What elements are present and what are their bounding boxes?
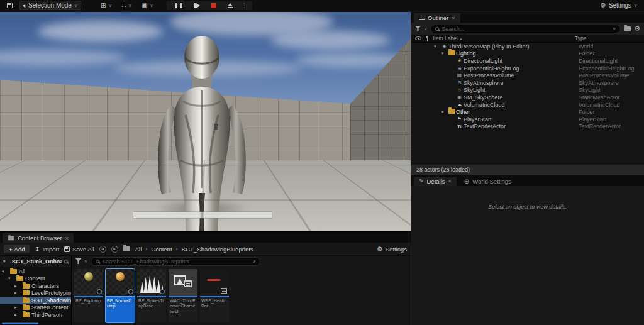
volumetric-cloud-icon: ☁	[455, 102, 464, 107]
outliner-row-postprocessvolume[interactable]: ▩ PostProcessVolume PostProcessVolume	[411, 72, 644, 79]
expand-arrow-icon[interactable]: ▸	[14, 284, 21, 289]
outliner-row-other[interactable]: ▾ Other Folder	[411, 108, 644, 116]
folder-icon	[23, 290, 30, 295]
asset-tile-bp-spikestrapbase[interactable]: BP_SpikesTrapBase	[137, 269, 166, 322]
asset-tile-bp-bigjump[interactable]: BP_BigJump	[74, 269, 103, 322]
outliner-row-skyatmosphere[interactable]: ⊙ SkyAtmosphere SkyAtmosphere	[411, 79, 644, 87]
quick-add-button[interactable]: ⊞ ∨	[97, 2, 115, 9]
asset-thumbnail	[169, 269, 197, 297]
sources-header[interactable]: ▾ SGT_Stuck_Onboard	[0, 256, 71, 267]
eject-button[interactable]	[225, 3, 236, 9]
snapping-options-button[interactable]: ∷ ∨	[119, 2, 135, 9]
import-button[interactable]: ↧ Import	[35, 246, 59, 253]
asset-search-input[interactable]	[102, 258, 250, 265]
new-folder-icon[interactable]	[624, 26, 631, 31]
expand-arrow-icon[interactable]: ▾	[434, 44, 440, 49]
frame-step-button[interactable]	[191, 3, 203, 9]
tab-world-settings[interactable]: ⊕ World Settings	[459, 177, 516, 186]
asset-search-box[interactable]: ∨	[91, 257, 260, 266]
level-viewport[interactable]	[0, 12, 411, 231]
folder-row-startercontent[interactable]: ▸ StarterContent	[0, 304, 71, 312]
expand-arrow-icon[interactable]: ▾	[441, 109, 448, 114]
outliner-icon	[419, 16, 425, 21]
folder-row-sgt-shadowingblueprints[interactable]: SGT_ShadowingBlueprints	[0, 297, 71, 304]
outliner-search-input[interactable]	[441, 26, 610, 32]
outliner-row-playerstart[interactable]: ⚑ PlayerStart PlayerStart	[411, 116, 644, 123]
item-label-column-header[interactable]: Item Label ▲	[433, 35, 571, 41]
save-button[interactable]	[4, 2, 16, 9]
chevron-down-icon[interactable]: ∨	[84, 259, 87, 264]
type-column-header[interactable]: Type	[575, 35, 640, 41]
right-dock-panel: Outliner × ∨ ∨ ⚙ Item Label ▲ Type	[411, 12, 644, 325]
outliner-search-box[interactable]: ∨	[430, 25, 621, 33]
close-icon[interactable]: ×	[65, 235, 69, 241]
asset-tile-wac-thirdpersoncharacterui[interactable]: WAC_ThirdPersonCharacterUI	[169, 269, 197, 322]
folder-row-levelprototyping[interactable]: ▸ LevelPrototyping	[0, 290, 71, 297]
pause-button[interactable]	[172, 3, 186, 9]
outliner-row-sm-skysphere[interactable]: ◉ SM_SkySphere StaticMeshActor	[411, 94, 644, 101]
folder-row-all[interactable]: ▾ All	[0, 268, 71, 275]
folder-icon	[10, 269, 17, 274]
outliner-settings-icon[interactable]: ⚙	[634, 25, 640, 32]
tab-content-browser[interactable]: Content Browser ×	[3, 233, 74, 243]
sources-panel: ▾ SGT_Stuck_Onboard ▾ All ▾ Content	[0, 256, 72, 325]
chevron-down-icon: ∨	[150, 3, 153, 8]
close-icon[interactable]: ×	[452, 15, 455, 21]
tab-details[interactable]: ✎ Details ×	[414, 177, 457, 186]
chevron-down-icon[interactable]: ∨	[424, 26, 427, 31]
breadcrumb-all[interactable]: All	[135, 246, 142, 253]
import-icon: ↧	[35, 246, 40, 253]
horizontal-scrollbar[interactable]	[0, 321, 71, 325]
folder-icon	[23, 305, 30, 310]
expand-arrow-icon[interactable]: ▸	[14, 312, 21, 317]
search-icon[interactable]	[64, 260, 68, 263]
tab-outliner[interactable]: Outliner ×	[414, 13, 460, 23]
editor-settings-button[interactable]: ⚙ Settings ∨	[597, 1, 640, 9]
view-options-button[interactable]: ▣ ∨	[138, 2, 157, 9]
chevron-down-icon: ∨	[108, 3, 111, 8]
expand-arrow-icon[interactable]: ▾	[441, 51, 448, 56]
outliner-row-skylight[interactable]: ☼ SkyLight SkyLight	[411, 87, 644, 94]
outliner-row-thirdpersonmap[interactable]: ▾ ◈ ThirdPersonMap (Play In Editor) Worl…	[411, 43, 644, 50]
outliner-status-bar: 28 actors (28 loaded)	[411, 165, 644, 175]
outliner-column-headers: Item Label ▲ Type	[411, 35, 644, 43]
more-options-icon[interactable]: ⋮	[242, 3, 247, 9]
main-toolbar: Selection Mode ∨ ⊞ ∨ ∷ ∨ ▣ ∨ ⋮ ⚙ Setting…	[0, 0, 644, 11]
outliner-row-exponentialheightfog[interactable]: ≋ ExponentialHeightFog ExponentialHeight…	[411, 65, 644, 72]
content-browser-panel: Content Browser × + Add ↧ Import Save Al…	[0, 231, 411, 325]
height-fog-icon: ≋	[455, 66, 464, 71]
folder-row-characters[interactable]: ▸ Characters	[0, 282, 71, 290]
content-browser-tab-label: Content Browser	[18, 234, 62, 241]
save-icon	[7, 3, 13, 8]
close-icon[interactable]: ×	[448, 178, 452, 184]
asset-tile-bp-normaljump[interactable]: BP_NormalJump	[106, 269, 135, 322]
back-button[interactable]: ◄	[99, 246, 106, 253]
selection-mode-button[interactable]: Selection Mode ∨	[19, 1, 81, 10]
folder-row-content[interactable]: ▾ Content	[0, 275, 71, 283]
actor-count: 28 actors (28 loaded)	[416, 167, 470, 173]
filter-icon[interactable]	[415, 26, 421, 31]
outliner-row-lighting[interactable]: ▾ Lighting Folder	[411, 50, 644, 58]
breadcrumb-content[interactable]: Content	[151, 246, 172, 253]
folder-row-thirdperson[interactable]: ▸ ThirdPerson	[0, 311, 71, 319]
expand-arrow-icon[interactable]: ▾	[2, 269, 8, 274]
visibility-eye-icon[interactable]	[415, 36, 421, 40]
outliner-row-directionallight[interactable]: ☀ DirectionalLight DirectionalLight	[411, 57, 644, 65]
expand-arrow-icon[interactable]: ▸	[14, 305, 21, 310]
play-in-editor-controls: ⋮	[167, 1, 252, 10]
save-all-button[interactable]: Save All	[64, 246, 94, 253]
content-browser-settings-button[interactable]: ⚙ Settings	[377, 246, 407, 253]
pin-icon[interactable]	[425, 36, 429, 41]
add-button[interactable]: + Add	[4, 245, 30, 253]
outliner-row-textrenderactor[interactable]: Tt TextRenderActor TextRenderActor	[411, 123, 644, 131]
asset-tile-wbp-healthbar[interactable]: WBP_HealthBar	[200, 269, 229, 322]
breadcrumb-current[interactable]: SGT_ShadowingBlueprints	[182, 246, 253, 253]
filter-icon[interactable]	[75, 258, 81, 264]
expand-arrow-icon[interactable]: ▾	[8, 276, 14, 281]
stop-button[interactable]	[208, 3, 219, 9]
forward-button[interactable]: ►	[111, 246, 118, 253]
chevron-down-icon[interactable]: ∨	[613, 26, 616, 31]
outliner-row-volumetriccloud[interactable]: ☁ VolumetricCloud VolumetricCloud	[411, 101, 644, 109]
chevron-down-icon[interactable]: ∨	[252, 259, 255, 264]
expand-arrow-icon[interactable]: ▸	[14, 290, 21, 295]
